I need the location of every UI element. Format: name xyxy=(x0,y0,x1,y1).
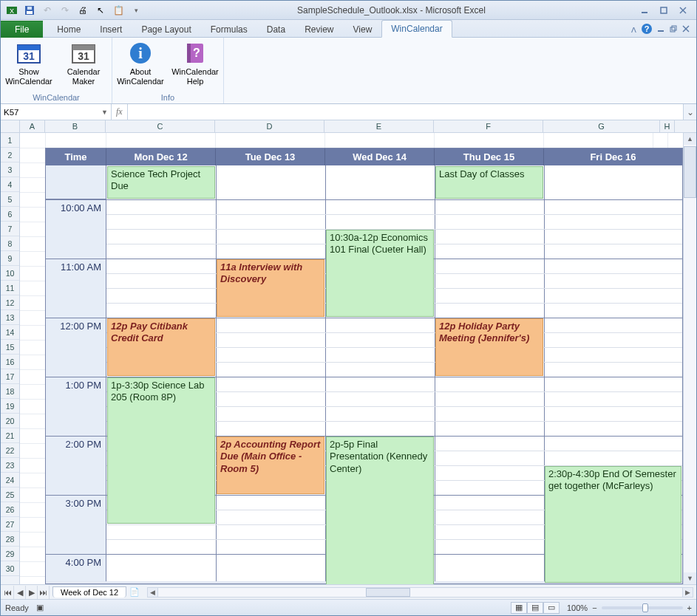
tab-file[interactable]: File xyxy=(1,21,43,38)
doc-restore-icon[interactable] xyxy=(670,25,678,35)
row-26[interactable]: 26 xyxy=(1,502,19,517)
print-icon[interactable]: 🖨 xyxy=(75,3,91,18)
excel-icon[interactable]: X xyxy=(4,3,20,18)
sheet-nav-last-icon[interactable]: ⏭ xyxy=(38,586,50,599)
event-holiday-party[interactable]: 12p Holiday Party Meeting (Jennifer's) xyxy=(435,318,543,376)
event-citibank[interactable]: 12p Pay Citibank Credit Card xyxy=(107,318,215,376)
row-28[interactable]: 28 xyxy=(1,532,19,547)
row-12[interactable]: 12 xyxy=(1,295,19,310)
row-18[interactable]: 18 xyxy=(1,384,19,399)
tab-review[interactable]: Review xyxy=(295,21,343,38)
row-20[interactable]: 20 xyxy=(1,414,19,428)
row-9[interactable]: 9 xyxy=(1,251,19,266)
macro-record-icon[interactable]: ▣ xyxy=(36,603,44,612)
help-icon[interactable]: ? xyxy=(641,23,653,37)
row-4[interactable]: 4 xyxy=(1,177,19,192)
row-24[interactable]: 24 xyxy=(1,473,19,487)
sheet-nav-first-icon[interactable]: ⏮ xyxy=(2,586,14,599)
cursor-icon[interactable]: ↖ xyxy=(92,3,109,18)
col-H[interactable]: H xyxy=(660,120,675,132)
row-15[interactable]: 15 xyxy=(1,340,19,355)
row-30[interactable]: 30 xyxy=(1,561,19,576)
row-14[interactable]: 14 xyxy=(1,325,19,340)
row-2[interactable]: 2 xyxy=(1,148,19,162)
event-final-presentation[interactable]: 2p-5p Final Presentation (Kennedy Center… xyxy=(326,437,434,584)
row-5[interactable]: 5 xyxy=(1,192,19,207)
view-page-break-icon[interactable]: ▭ xyxy=(543,602,560,614)
undo-icon[interactable]: ↶ xyxy=(39,3,55,18)
event-allday-mon[interactable]: Science Tech Project Due xyxy=(107,166,215,199)
row-13[interactable]: 13 xyxy=(1,310,19,325)
scroll-down-icon[interactable]: ▼ xyxy=(684,572,696,584)
hscroll-thumb[interactable] xyxy=(366,588,410,597)
tab-data[interactable]: Data xyxy=(257,21,295,38)
row-3[interactable]: 3 xyxy=(1,162,19,177)
event-science-lab[interactable]: 1p-3:30p Science Lab 205 (Room 8P) xyxy=(107,377,215,524)
scroll-left-icon[interactable]: ◀ xyxy=(148,588,158,597)
tab-formulas[interactable]: Formulas xyxy=(201,21,257,38)
minimize-icon[interactable] xyxy=(639,4,650,16)
show-wincalendar-button[interactable]: 31 Show WinCalendar xyxy=(5,41,52,86)
sheet-nav-next-icon[interactable]: ▶ xyxy=(26,586,38,599)
event-accounting[interactable]: 2p Accounting Report Due (Main Office - … xyxy=(217,437,324,494)
event-allday-thu[interactable]: Last Day of Classes xyxy=(435,166,543,199)
fx-icon[interactable]: fx xyxy=(116,106,123,117)
calendar-maker-button[interactable]: 31 Calendar Maker xyxy=(60,41,107,86)
row-21[interactable]: 21 xyxy=(1,428,19,443)
row-22[interactable]: 22 xyxy=(1,443,19,458)
row-27[interactable]: 27 xyxy=(1,517,19,532)
zoom-in-icon[interactable]: + xyxy=(687,603,692,612)
qat-dropdown-icon[interactable]: ▾ xyxy=(128,3,144,18)
tab-view[interactable]: View xyxy=(344,21,382,38)
tab-home[interactable]: Home xyxy=(47,21,90,38)
formula-expand-icon[interactable]: ⌄ xyxy=(683,104,696,120)
row-6[interactable]: 6 xyxy=(1,207,19,222)
tab-wincalendar[interactable]: WinCalendar xyxy=(381,20,452,38)
wincalendar-help-button[interactable]: ? WinCalendar Help xyxy=(171,41,219,86)
maximize-icon[interactable] xyxy=(658,4,670,16)
scroll-thumb[interactable] xyxy=(684,146,696,198)
row-23[interactable]: 23 xyxy=(1,458,19,473)
col-B[interactable]: B xyxy=(45,120,106,132)
zoom-out-icon[interactable]: − xyxy=(592,603,596,612)
doc-close-icon[interactable] xyxy=(682,25,690,35)
row-19[interactable]: 19 xyxy=(1,399,19,414)
event-end-semester[interactable]: 2:30p-4:30p End Of Semester get together… xyxy=(545,466,681,583)
view-page-layout-icon[interactable]: ▤ xyxy=(527,602,543,614)
redo-icon[interactable]: ↷ xyxy=(57,3,73,18)
row-7[interactable]: 7 xyxy=(1,222,19,236)
col-G[interactable]: G xyxy=(543,120,660,132)
event-interview[interactable]: 11a Interview with Discovery xyxy=(217,259,324,317)
save-icon[interactable] xyxy=(21,3,38,18)
row-11[interactable]: 11 xyxy=(1,281,19,295)
row-10[interactable]: 10 xyxy=(1,266,19,281)
sheet-nav-prev-icon[interactable]: ◀ xyxy=(14,586,26,599)
horizontal-scrollbar[interactable]: ◀ ▶ xyxy=(147,587,693,598)
scroll-up-icon[interactable]: ▲ xyxy=(684,133,696,145)
name-box-dropdown-icon[interactable]: ▼ xyxy=(101,109,108,116)
doc-minimize-icon[interactable] xyxy=(657,25,665,35)
col-D[interactable]: D xyxy=(215,120,324,132)
new-sheet-icon[interactable]: 📄 xyxy=(129,587,140,597)
col-A[interactable]: A xyxy=(20,120,45,132)
select-all-corner[interactable] xyxy=(1,120,20,132)
tab-insert[interactable]: Insert xyxy=(90,21,132,38)
col-F[interactable]: F xyxy=(434,120,543,132)
about-wincalendar-button[interactable]: i About WinCalendar xyxy=(117,41,164,86)
paste-icon[interactable]: 📋 xyxy=(110,3,126,18)
row-8[interactable]: 8 xyxy=(1,236,19,251)
cells-area[interactable]: ▲ ▼ Time Mon Dec 12 Tue Dec 13 Wed Dec 1… xyxy=(20,133,696,584)
view-normal-icon[interactable]: ▦ xyxy=(511,602,527,614)
sheet-tab-week[interactable]: Week of Dec 12 xyxy=(52,586,126,598)
event-econ-final[interactable]: 10:30a-12p Economics 101 Final (Cueter H… xyxy=(326,230,434,317)
name-box[interactable]: K57 ▼ xyxy=(1,104,112,120)
scroll-right-icon[interactable]: ▶ xyxy=(682,588,693,597)
row-25[interactable]: 25 xyxy=(1,487,19,502)
tab-page-layout[interactable]: Page Layout xyxy=(132,21,200,38)
row-1[interactable]: 1 xyxy=(1,133,19,148)
col-E[interactable]: E xyxy=(324,120,434,132)
close-icon[interactable] xyxy=(677,4,689,16)
col-C[interactable]: C xyxy=(106,120,215,132)
vertical-scrollbar[interactable]: ▲ ▼ xyxy=(683,133,696,584)
row-16[interactable]: 16 xyxy=(1,355,19,369)
